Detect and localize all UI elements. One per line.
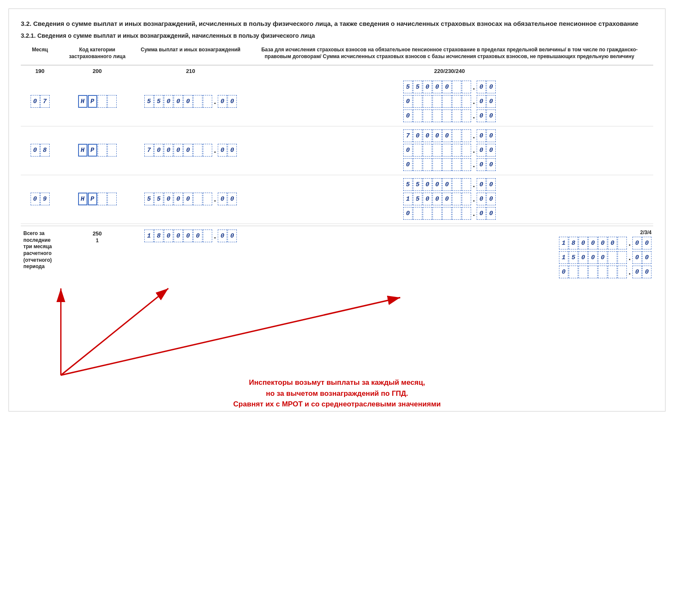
cell-month-07: 0 7 [21, 94, 59, 109]
sub-label-1: 1 [96, 238, 99, 244]
cell-month-08: 0 8 [21, 143, 59, 157]
header-base: База для исчисления страховых взносов на… [246, 45, 653, 62]
arrows-svg [21, 284, 653, 403]
table: Месяц Код категории застрахованного лица… [21, 45, 653, 280]
total-row: Всего за последние три месяца расчетного… [21, 226, 653, 280]
total-num-250: 250 [93, 229, 102, 237]
cell-total-amount: 1 8 0 0 0 0 . 0 0 [135, 229, 246, 243]
col-num-190: 190 [21, 67, 59, 75]
code-input-08[interactable]: Н Р [78, 144, 117, 157]
month-d1-07[interactable]: 0 [31, 95, 40, 108]
amount-input-07[interactable]: 5 5 0 0 0 . 0 0 [144, 95, 237, 108]
code-d2-07[interactable]: Р [88, 95, 97, 108]
svg-line-2 [61, 288, 168, 375]
code-d1-07[interactable]: Н [78, 95, 87, 108]
total-label: Всего за последние три месяца расчетного… [21, 229, 59, 272]
cell-amount-07: 5 5 0 0 0 . 0 0 [135, 94, 246, 109]
base-right-07: 5 5 0 0 0 . 0 0 [403, 80, 496, 123]
cell-total-base: 2/3/4 1 8 0 0 0 0 . 0 0 [246, 229, 653, 280]
code-input-07[interactable]: Н Р [78, 95, 117, 108]
sub-label-2: 2/3/4 [640, 230, 652, 235]
col-num-210: 210 [135, 67, 246, 75]
header-code: Код категории застрахованного лица [59, 45, 135, 62]
cell-code-07: Н Р [59, 94, 135, 109]
col-numbers-row: 190 200 210 220/230/240 [21, 67, 653, 75]
month-block-09: 0 9 Н Р 5 5 0 [21, 175, 653, 224]
header-month: Месяц [21, 45, 59, 62]
main-page: 3.2. Сведения о сумме выплат и иных возн… [8, 8, 666, 412]
svg-line-3 [61, 297, 400, 375]
base-sub-row-07-3: 0 . 0 0 [403, 109, 496, 123]
cell-base-08: 7 0 0 0 0 . 0 0 [246, 128, 653, 172]
month-block-08: 0 8 Н Р 7 0 0 [21, 126, 653, 175]
subsection-title: 3.2.1. Сведения о сумме выплат и иных во… [21, 32, 653, 39]
data-row-08: 0 8 Н Р 7 0 0 [21, 128, 653, 172]
table-header: Месяц Код категории застрахованного лица… [21, 45, 653, 65]
section-title: 3.2. Сведения о сумме выплат и иных возн… [21, 19, 653, 28]
cell-amount-09: 5 5 0 0 0 . 0 0 [135, 192, 246, 206]
month-block-07: 0 7 Н Р 5 5 0 [21, 78, 653, 126]
code-d4-07[interactable] [107, 95, 117, 108]
cell-amount-08: 7 0 0 0 0 . 0 0 [135, 143, 246, 157]
header-amount: Сумма выплат и иных вознаграждений [135, 45, 246, 62]
annotation-area: Инспекторы возьмут выплаты за каждый мес… [21, 284, 653, 403]
month-input-08[interactable]: 0 8 [31, 144, 50, 157]
cell-base-09: 5 5 0 0 0 . 0 0 [246, 177, 653, 221]
cell-base-07: 5 5 0 0 0 . 0 0 [246, 79, 653, 123]
col-num-220: 220/230/240 [246, 67, 653, 75]
cell-code-08: Н Р [59, 143, 135, 157]
data-row-07: 0 7 Н Р 5 5 0 [21, 79, 653, 123]
base-sub-row-07-2: 0 . 0 0 [403, 95, 496, 108]
month-d2-07[interactable]: 7 [40, 95, 50, 108]
code-d3-07[interactable] [98, 95, 107, 108]
cell-code-09: Н Р [59, 192, 135, 206]
data-row-09: 0 9 Н Р 5 5 0 [21, 177, 653, 221]
total-col-num: 250 1 [59, 229, 135, 244]
col-num-200: 200 [59, 67, 135, 75]
base-sub-row-07-1: 5 5 0 0 0 . 0 0 [403, 80, 496, 94]
cell-month-09: 0 9 [21, 192, 59, 206]
month-input-07[interactable]: 0 7 [31, 95, 50, 108]
